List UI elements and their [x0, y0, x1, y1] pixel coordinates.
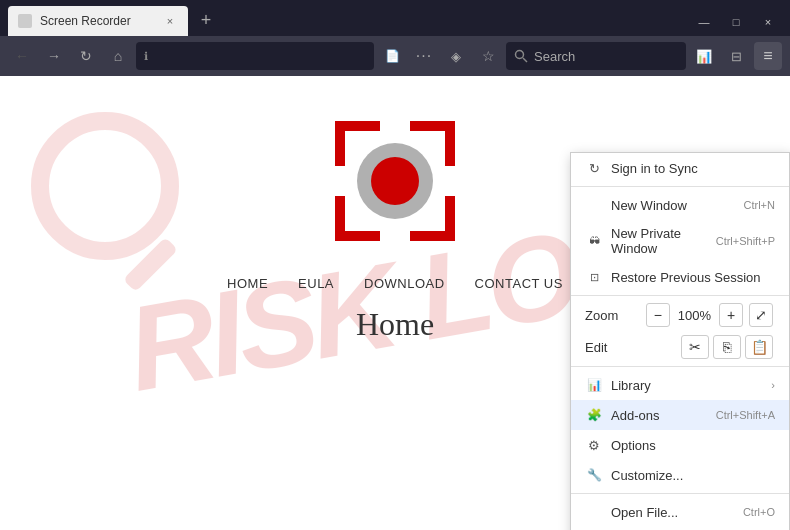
zoom-row: Zoom − 100% + ⤢ — [571, 299, 789, 331]
active-tab[interactable]: Screen Recorder × — [8, 6, 188, 36]
nav-download[interactable]: DOWNLOAD — [364, 276, 445, 291]
customize-icon: 🔧 — [585, 468, 603, 482]
menu-item-sign-in[interactable]: ↻ Sign in to Sync — [571, 153, 789, 183]
zoom-value: 100% — [672, 308, 717, 323]
close-button[interactable]: × — [754, 12, 782, 32]
info-icon: ℹ — [144, 50, 148, 63]
menu-divider-3 — [571, 366, 789, 367]
svg-rect-3 — [123, 237, 178, 292]
back-button[interactable]: ← — [8, 42, 36, 70]
tab-bar: Screen Recorder × + — □ × — [0, 0, 790, 36]
menu-item-library[interactable]: 📊 Library › — [571, 370, 789, 400]
menu-item-new-private[interactable]: 🕶 New Private Window Ctrl+Shift+P — [571, 220, 789, 262]
library-icon: 📊 — [585, 378, 603, 392]
zoom-out-button[interactable]: − — [646, 303, 670, 327]
svg-point-0 — [516, 51, 524, 59]
copy-button[interactable]: ⎘ — [713, 335, 741, 359]
page-content: HOME EULA DOWNLOAD CONTACT US Home RISK … — [0, 76, 790, 530]
restore-icon: ⊡ — [585, 271, 603, 284]
paste-button[interactable]: 📋 — [745, 335, 773, 359]
search-icon — [514, 49, 528, 63]
menu-item-customize[interactable]: 🔧 Customize... — [571, 460, 789, 490]
zoom-in-button[interactable]: + — [719, 303, 743, 327]
page-title: Home — [356, 306, 434, 343]
home-button[interactable]: ⌂ — [104, 42, 132, 70]
menu-item-restore[interactable]: ⊡ Restore Previous Session — [571, 262, 789, 292]
magnifier-watermark — [30, 106, 210, 310]
bookmarks-library-button[interactable]: 📊 — [690, 42, 718, 70]
forward-button[interactable]: → — [40, 42, 68, 70]
hamburger-menu-button[interactable]: ≡ — [754, 42, 782, 70]
dropdown-menu: ↻ Sign in to Sync New Window Ctrl+N 🕶 Ne… — [570, 152, 790, 530]
window-controls: — □ × — [690, 12, 782, 32]
synced-tabs-button[interactable]: ⊟ — [722, 42, 750, 70]
menu-item-addons[interactable]: 🧩 Add-ons Ctrl+Shift+A — [571, 400, 789, 430]
tab-favicon — [18, 14, 32, 28]
address-bar[interactable]: ℹ — [136, 42, 374, 70]
svg-line-1 — [523, 58, 527, 62]
menu-item-options[interactable]: ⚙ Options — [571, 430, 789, 460]
maximize-button[interactable]: □ — [722, 12, 750, 32]
more-button[interactable]: ··· — [410, 42, 438, 70]
sync-icon: ↻ — [585, 161, 603, 176]
navigation-bar: ← → ↻ ⌂ ℹ 📄 ··· ◈ ☆ Search 📊 ⊟ ≡ — [0, 36, 790, 76]
svg-point-5 — [371, 157, 419, 205]
addons-icon: 🧩 — [585, 408, 603, 422]
menu-item-new-window[interactable]: New Window Ctrl+N — [571, 190, 789, 220]
menu-item-open-file[interactable]: Open File... Ctrl+O — [571, 497, 789, 527]
edit-label: Edit — [585, 340, 679, 355]
private-window-icon: 🕶 — [585, 235, 603, 247]
browser-window: Screen Recorder × + — □ × ← → ↻ ⌂ ℹ 📄 ··… — [0, 0, 790, 530]
menu-divider-4 — [571, 493, 789, 494]
svg-point-2 — [40, 121, 170, 251]
menu-divider-1 — [571, 186, 789, 187]
search-bar[interactable]: Search — [506, 42, 686, 70]
options-icon: ⚙ — [585, 438, 603, 453]
minimize-button[interactable]: — — [690, 12, 718, 32]
page-navigation: HOME EULA DOWNLOAD CONTACT US — [227, 276, 563, 291]
new-tab-button[interactable]: + — [192, 6, 220, 34]
nav-eula[interactable]: EULA — [298, 276, 334, 291]
logo-area — [320, 106, 470, 256]
search-placeholder: Search — [534, 49, 575, 64]
recorder-logo — [320, 106, 470, 256]
refresh-button[interactable]: ↻ — [72, 42, 100, 70]
bookmark-button[interactable]: ☆ — [474, 42, 502, 70]
edit-row: Edit ✂ ⎘ 📋 — [571, 331, 789, 363]
zoom-fullscreen-button[interactable]: ⤢ — [749, 303, 773, 327]
zoom-label: Zoom — [585, 308, 644, 323]
cut-button[interactable]: ✂ — [681, 335, 709, 359]
reader-view-button[interactable]: 📄 — [378, 42, 406, 70]
tab-title: Screen Recorder — [40, 14, 154, 28]
pocket-button[interactable]: ◈ — [442, 42, 470, 70]
tab-close-button[interactable]: × — [162, 13, 178, 29]
nav-home[interactable]: HOME — [227, 276, 268, 291]
nav-contact[interactable]: CONTACT US — [475, 276, 563, 291]
menu-divider-2 — [571, 295, 789, 296]
